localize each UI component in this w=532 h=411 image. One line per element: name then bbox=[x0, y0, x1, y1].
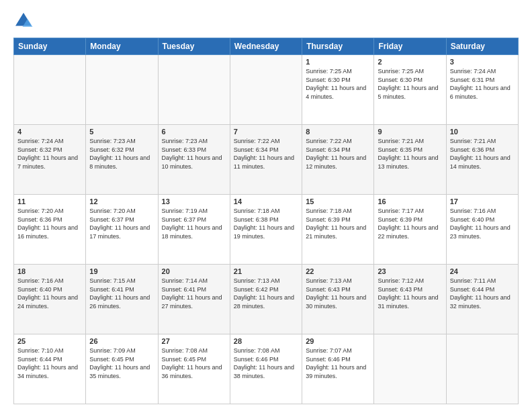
day-info: Sunrise: 7:20 AM Sunset: 6:37 PM Dayligh… bbox=[89, 207, 154, 240]
day-info: Sunrise: 7:08 AM Sunset: 6:45 PM Dayligh… bbox=[162, 347, 226, 380]
day-number: 17 bbox=[450, 197, 515, 205]
calendar-cell: 11Sunrise: 7:20 AM Sunset: 6:36 PM Dayli… bbox=[14, 195, 86, 265]
day-number: 29 bbox=[306, 337, 370, 345]
day-info: Sunrise: 7:24 AM Sunset: 6:32 PM Dayligh… bbox=[17, 137, 82, 171]
calendar-cell: 15Sunrise: 7:18 AM Sunset: 6:39 PM Dayli… bbox=[302, 195, 374, 265]
day-number: 26 bbox=[89, 337, 154, 345]
calendar-cell: 26Sunrise: 7:09 AM Sunset: 6:45 PM Dayli… bbox=[86, 334, 158, 404]
day-info: Sunrise: 7:21 AM Sunset: 6:36 PM Dayligh… bbox=[450, 137, 515, 171]
calendar-cell: 24Sunrise: 7:11 AM Sunset: 6:44 PM Dayli… bbox=[446, 265, 518, 334]
calendar-cell: 20Sunrise: 7:14 AM Sunset: 6:41 PM Dayli… bbox=[158, 265, 230, 334]
calendar-day-header: Tuesday bbox=[158, 38, 230, 55]
day-number: 27 bbox=[162, 337, 226, 345]
day-info: Sunrise: 7:24 AM Sunset: 6:31 PM Dayligh… bbox=[450, 67, 515, 101]
day-info: Sunrise: 7:11 AM Sunset: 6:44 PM Dayligh… bbox=[450, 277, 515, 310]
calendar-cell: 1Sunrise: 7:25 AM Sunset: 6:30 PM Daylig… bbox=[302, 55, 374, 125]
calendar-cell bbox=[14, 55, 86, 125]
day-number: 20 bbox=[162, 267, 226, 275]
calendar-day-header: Friday bbox=[374, 38, 446, 55]
calendar-cell: 17Sunrise: 7:16 AM Sunset: 6:40 PM Dayli… bbox=[446, 195, 518, 265]
day-info: Sunrise: 7:19 AM Sunset: 6:37 PM Dayligh… bbox=[162, 207, 226, 240]
calendar-cell: 14Sunrise: 7:18 AM Sunset: 6:38 PM Dayli… bbox=[230, 195, 302, 265]
day-info: Sunrise: 7:12 AM Sunset: 6:43 PM Dayligh… bbox=[378, 277, 442, 310]
day-info: Sunrise: 7:10 AM Sunset: 6:44 PM Dayligh… bbox=[17, 347, 82, 380]
day-number: 7 bbox=[234, 128, 298, 136]
day-number: 19 bbox=[89, 267, 154, 275]
calendar-cell: 7Sunrise: 7:22 AM Sunset: 6:34 PM Daylig… bbox=[230, 125, 302, 195]
day-number: 24 bbox=[450, 267, 515, 275]
calendar-cell bbox=[374, 334, 446, 404]
day-number: 8 bbox=[306, 128, 370, 136]
day-number: 25 bbox=[17, 337, 82, 345]
calendar-cell: 23Sunrise: 7:12 AM Sunset: 6:43 PM Dayli… bbox=[374, 265, 446, 334]
day-info: Sunrise: 7:18 AM Sunset: 6:39 PM Dayligh… bbox=[306, 207, 370, 240]
day-info: Sunrise: 7:22 AM Sunset: 6:34 PM Dayligh… bbox=[306, 137, 370, 171]
calendar-day-header: Monday bbox=[86, 38, 158, 55]
calendar-cell: 16Sunrise: 7:17 AM Sunset: 6:39 PM Dayli… bbox=[374, 195, 446, 265]
calendar-day-header: Wednesday bbox=[230, 38, 302, 55]
calendar-cell: 18Sunrise: 7:16 AM Sunset: 6:40 PM Dayli… bbox=[14, 265, 86, 334]
calendar-day-header: Sunday bbox=[14, 38, 86, 55]
day-number: 16 bbox=[378, 197, 442, 205]
day-info: Sunrise: 7:16 AM Sunset: 6:40 PM Dayligh… bbox=[450, 207, 515, 240]
calendar-cell bbox=[86, 55, 158, 125]
calendar-cell: 9Sunrise: 7:21 AM Sunset: 6:35 PM Daylig… bbox=[374, 125, 446, 195]
calendar-cell: 2Sunrise: 7:25 AM Sunset: 6:30 PM Daylig… bbox=[374, 55, 446, 125]
day-number: 18 bbox=[17, 267, 82, 275]
calendar-day-header: Thursday bbox=[302, 38, 374, 55]
calendar-cell: 22Sunrise: 7:13 AM Sunset: 6:43 PM Dayli… bbox=[302, 265, 374, 334]
day-number: 13 bbox=[162, 197, 226, 205]
day-info: Sunrise: 7:21 AM Sunset: 6:35 PM Dayligh… bbox=[378, 137, 442, 171]
calendar-cell bbox=[158, 55, 230, 125]
day-info: Sunrise: 7:13 AM Sunset: 6:43 PM Dayligh… bbox=[306, 277, 370, 310]
calendar-week-row: 11Sunrise: 7:20 AM Sunset: 6:36 PM Dayli… bbox=[14, 195, 519, 265]
calendar-cell bbox=[230, 55, 302, 125]
day-number: 10 bbox=[450, 128, 515, 136]
calendar-week-row: 1Sunrise: 7:25 AM Sunset: 6:30 PM Daylig… bbox=[14, 55, 519, 125]
calendar-cell: 12Sunrise: 7:20 AM Sunset: 6:37 PM Dayli… bbox=[86, 195, 158, 265]
calendar-cell: 5Sunrise: 7:23 AM Sunset: 6:32 PM Daylig… bbox=[86, 125, 158, 195]
day-info: Sunrise: 7:09 AM Sunset: 6:45 PM Dayligh… bbox=[89, 347, 154, 380]
calendar-cell: 6Sunrise: 7:23 AM Sunset: 6:33 PM Daylig… bbox=[158, 125, 230, 195]
header bbox=[13, 11, 519, 31]
calendar-week-row: 18Sunrise: 7:16 AM Sunset: 6:40 PM Dayli… bbox=[14, 265, 519, 334]
day-info: Sunrise: 7:25 AM Sunset: 6:30 PM Dayligh… bbox=[378, 67, 442, 101]
day-info: Sunrise: 7:17 AM Sunset: 6:39 PM Dayligh… bbox=[378, 207, 442, 240]
day-info: Sunrise: 7:13 AM Sunset: 6:42 PM Dayligh… bbox=[234, 277, 298, 310]
day-info: Sunrise: 7:15 AM Sunset: 6:41 PM Dayligh… bbox=[89, 277, 154, 310]
page: SundayMondayTuesdayWednesdayThursdayFrid… bbox=[0, 0, 532, 411]
day-info: Sunrise: 7:20 AM Sunset: 6:36 PM Dayligh… bbox=[17, 207, 82, 240]
day-number: 23 bbox=[378, 267, 442, 275]
calendar-cell: 8Sunrise: 7:22 AM Sunset: 6:34 PM Daylig… bbox=[302, 125, 374, 195]
calendar-week-row: 25Sunrise: 7:10 AM Sunset: 6:44 PM Dayli… bbox=[14, 334, 519, 404]
day-number: 12 bbox=[89, 197, 154, 205]
calendar-cell bbox=[446, 334, 518, 404]
day-number: 22 bbox=[306, 267, 370, 275]
day-info: Sunrise: 7:14 AM Sunset: 6:41 PM Dayligh… bbox=[162, 277, 226, 310]
day-info: Sunrise: 7:23 AM Sunset: 6:32 PM Dayligh… bbox=[89, 137, 154, 171]
day-info: Sunrise: 7:16 AM Sunset: 6:40 PM Dayligh… bbox=[17, 277, 82, 310]
day-number: 6 bbox=[162, 128, 226, 136]
logo-icon bbox=[13, 11, 34, 31]
calendar-cell: 29Sunrise: 7:07 AM Sunset: 6:46 PM Dayli… bbox=[302, 334, 374, 404]
calendar-cell: 13Sunrise: 7:19 AM Sunset: 6:37 PM Dayli… bbox=[158, 195, 230, 265]
day-number: 9 bbox=[378, 128, 442, 136]
day-info: Sunrise: 7:22 AM Sunset: 6:34 PM Dayligh… bbox=[234, 137, 298, 171]
day-number: 11 bbox=[17, 197, 82, 205]
day-number: 4 bbox=[17, 128, 82, 136]
day-number: 1 bbox=[306, 58, 370, 66]
day-number: 15 bbox=[306, 197, 370, 205]
calendar-cell: 28Sunrise: 7:08 AM Sunset: 6:46 PM Dayli… bbox=[230, 334, 302, 404]
calendar-week-row: 4Sunrise: 7:24 AM Sunset: 6:32 PM Daylig… bbox=[14, 125, 519, 195]
day-number: 28 bbox=[234, 337, 298, 345]
calendar-cell: 19Sunrise: 7:15 AM Sunset: 6:41 PM Dayli… bbox=[86, 265, 158, 334]
calendar-cell: 27Sunrise: 7:08 AM Sunset: 6:45 PM Dayli… bbox=[158, 334, 230, 404]
calendar-cell: 25Sunrise: 7:10 AM Sunset: 6:44 PM Dayli… bbox=[14, 334, 86, 404]
day-number: 5 bbox=[89, 128, 154, 136]
day-number: 2 bbox=[378, 58, 442, 66]
day-number: 21 bbox=[234, 267, 298, 275]
day-number: 3 bbox=[450, 58, 515, 66]
calendar-cell: 10Sunrise: 7:21 AM Sunset: 6:36 PM Dayli… bbox=[446, 125, 518, 195]
day-info: Sunrise: 7:25 AM Sunset: 6:30 PM Dayligh… bbox=[306, 67, 370, 101]
calendar-cell: 21Sunrise: 7:13 AM Sunset: 6:42 PM Dayli… bbox=[230, 265, 302, 334]
